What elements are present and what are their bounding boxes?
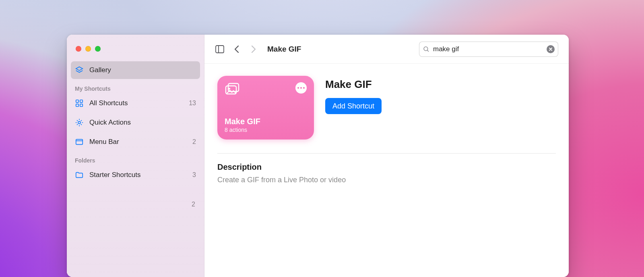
search-input[interactable]	[433, 45, 543, 53]
sidebar-item-label: Quick Actions	[89, 119, 190, 127]
sidebar-item-label: Starter Shortcuts	[89, 171, 187, 179]
gallery-icon	[75, 66, 84, 75]
svg-rect-5	[76, 140, 83, 145]
svg-point-4	[78, 121, 80, 124]
menubar-icon	[75, 137, 84, 146]
close-window-button[interactable]	[76, 46, 81, 52]
svg-rect-3	[80, 104, 83, 106]
sidebar-item-gallery[interactable]: Gallery	[71, 61, 200, 79]
sidebar: Gallery My Shortcuts All Shortcuts 13	[67, 35, 204, 277]
svg-rect-1	[80, 100, 83, 102]
sidebar-item-count: 13	[189, 100, 196, 107]
svg-point-10	[229, 88, 230, 90]
search-field[interactable]	[419, 42, 558, 57]
sidebar-item-starter-shortcuts[interactable]: Starter Shortcuts 3	[71, 166, 200, 184]
tile-name: Make GIF	[225, 117, 307, 126]
description-body: Create a GIF from a Live Photo or video	[217, 176, 556, 184]
folder-icon	[75, 171, 84, 179]
detail-title: Make GIF	[325, 78, 382, 91]
add-shortcut-button[interactable]: Add Shortcut	[325, 98, 382, 114]
grid-icon	[75, 99, 84, 108]
desktop: Gallery My Shortcuts All Shortcuts 13	[0, 0, 644, 277]
sidebar-item-quick-actions[interactable]: Quick Actions	[71, 114, 200, 131]
content: Make GIF 8 actions Make GIF Add Shortcut…	[204, 64, 569, 196]
toolbar: Make GIF	[204, 35, 569, 64]
description-heading: Description	[217, 162, 556, 172]
photos-icon	[225, 82, 242, 98]
app-window: Gallery My Shortcuts All Shortcuts 13	[67, 35, 569, 277]
sidebar-item-count: 2	[192, 138, 196, 146]
tile-subtitle: 8 actions	[225, 127, 307, 133]
divider	[217, 153, 556, 154]
sidebar-item-menu-bar[interactable]: Menu Bar 2	[71, 133, 200, 151]
shortcut-detail: Make GIF Add Shortcut	[325, 76, 382, 114]
back-button[interactable]	[233, 45, 241, 54]
sidebar-item-all-shortcuts[interactable]: All Shortcuts 13	[71, 94, 200, 112]
page-title: Make GIF	[267, 45, 301, 54]
fullscreen-window-button[interactable]	[95, 46, 101, 52]
minimize-window-button[interactable]	[85, 46, 91, 52]
sidebar-item-label: All Shortcuts	[89, 99, 183, 107]
window-controls	[67, 40, 204, 60]
shortcut-hero: Make GIF 8 actions Make GIF Add Shortcut	[217, 76, 556, 140]
sidebar-item-count: 3	[192, 171, 196, 179]
clear-search-button[interactable]	[547, 45, 555, 53]
sidebar-heading-myshortcuts: My Shortcuts	[67, 80, 204, 94]
svg-rect-6	[216, 46, 224, 53]
more-button[interactable]	[295, 82, 307, 94]
forward-button[interactable]	[250, 45, 257, 54]
shortcut-tile[interactable]: Make GIF 8 actions	[217, 76, 314, 140]
search-icon	[423, 46, 430, 53]
gear-icon	[75, 118, 84, 127]
sidebar-orphan-count: 2	[67, 185, 204, 208]
svg-rect-0	[76, 100, 78, 102]
sidebar-heading-folders: Folders	[67, 152, 204, 165]
sidebar-item-label: Menu Bar	[89, 138, 187, 146]
toggle-sidebar-button[interactable]	[215, 45, 225, 54]
main-pane: Make GIF	[204, 35, 569, 277]
svg-rect-2	[76, 104, 78, 106]
svg-point-7	[424, 47, 428, 51]
sidebar-item-label: Gallery	[89, 66, 196, 74]
